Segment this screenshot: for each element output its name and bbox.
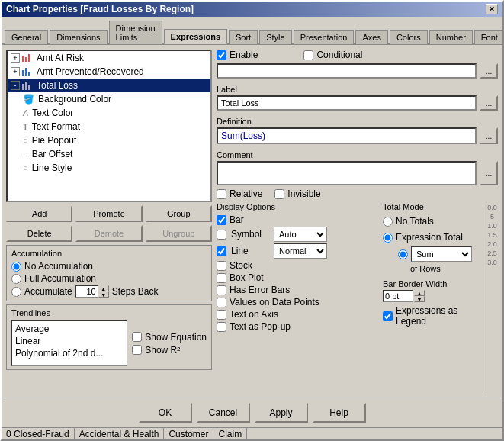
line-row: Line Normal	[217, 243, 377, 259]
symbol-label: Symbol	[231, 229, 269, 240]
conditional-label: Conditional	[316, 50, 362, 60]
text-as-popup-row: Text as Pop-up	[217, 321, 377, 332]
expression-total-radio[interactable]	[383, 233, 393, 243]
tree-item-text-format[interactable]: T Text Format	[8, 120, 210, 134]
full-accumulation-radio[interactable]	[11, 274, 21, 284]
generic-icon2: ○	[23, 150, 28, 159]
tab-sort[interactable]: Sort	[229, 30, 258, 44]
steps-down-button[interactable]: ▼	[98, 291, 109, 298]
help-button[interactable]: Help	[313, 403, 366, 423]
accumulation-title: Accumulation	[11, 249, 207, 258]
label-section-title: Label	[217, 85, 498, 94]
ungroup-button[interactable]: Ungroup	[146, 225, 212, 242]
steps-input[interactable]	[75, 285, 98, 298]
line-checkbox[interactable]	[217, 246, 226, 256]
tree-item-line-style[interactable]: ○ Line Style	[8, 161, 210, 175]
generic-icon: ○	[23, 136, 28, 145]
conditional-checkbox[interactable]	[303, 50, 313, 60]
enable-checkbox[interactable]	[217, 50, 226, 60]
invisible-checkbox[interactable]	[274, 189, 284, 199]
text-as-popup-checkbox[interactable]	[217, 322, 226, 332]
expand-icon[interactable]: +	[11, 53, 20, 63]
values-checkbox[interactable]	[217, 298, 226, 307]
demote-button[interactable]: Demote	[75, 225, 142, 242]
sum-radio[interactable]	[398, 249, 408, 259]
tab-dimension-limits[interactable]: Dimension Limits	[109, 21, 162, 44]
tab-font[interactable]: Font	[474, 30, 504, 44]
bar-chart-icon2	[22, 66, 34, 77]
tab-expressions[interactable]: Expressions	[164, 29, 227, 44]
trendline-linear[interactable]: Linear	[14, 335, 125, 347]
tab-axes[interactable]: Axes	[355, 30, 387, 44]
comment-ellipsis-btn[interactable]: ...	[480, 161, 498, 185]
bar-label: Bar	[230, 214, 244, 225]
apply-button[interactable]: Apply	[255, 403, 308, 423]
show-r2-checkbox[interactable]	[132, 345, 142, 355]
status-bar: 0 Closed-Fraud Accidental & Health Custo…	[2, 427, 502, 439]
stock-row: Stock	[217, 260, 377, 271]
tree-item-text-color[interactable]: A Text Color	[8, 106, 210, 120]
symbol-checkbox[interactable]	[217, 230, 226, 240]
conditional-ellipsis-btn[interactable]: ...	[480, 63, 498, 79]
bar-border-down-btn[interactable]: ▼	[414, 296, 425, 302]
bar-border-up-btn[interactable]: ▲	[414, 290, 425, 296]
line-dropdown[interactable]: Normal	[274, 243, 327, 259]
values-label: Values on Data Points	[230, 297, 319, 307]
tree-item-amt-prevented[interactable]: + Amt Prevented/Recovered	[8, 65, 210, 79]
ok-button[interactable]: OK	[139, 403, 192, 423]
comment-input[interactable]	[217, 161, 477, 185]
group-button[interactable]: Group	[146, 205, 212, 222]
promote-button[interactable]: Promote	[75, 205, 142, 222]
close-button[interactable]: ✕	[486, 4, 498, 14]
accumulate-radio[interactable]	[11, 287, 21, 297]
sum-dropdown[interactable]: Sum	[411, 246, 472, 262]
tree-item-bg-color[interactable]: 🪣 Background Color	[8, 92, 210, 106]
symbol-dropdown[interactable]: Auto	[274, 227, 327, 242]
add-button[interactable]: Add	[6, 205, 72, 222]
tab-general[interactable]: General	[5, 30, 48, 44]
relative-checkbox[interactable]	[217, 189, 226, 199]
tab-dimensions[interactable]: Dimensions	[50, 30, 107, 44]
tab-colors[interactable]: Colors	[390, 30, 428, 44]
trendline-polynomial[interactable]: Polynomial of 2nd d...	[14, 347, 125, 359]
tree-item-amt-at-risk[interactable]: + Amt At Risk	[8, 51, 210, 65]
text-on-axis-checkbox[interactable]	[217, 310, 226, 320]
steps-up-button[interactable]: ▲	[98, 285, 109, 291]
tabs-bar: General Dimensions Dimension Limits Expr…	[2, 17, 502, 45]
expression-tree[interactable]: + Amt At Risk +	[6, 50, 212, 202]
tree-item-total-loss[interactable]: - Total Loss	[8, 79, 210, 92]
expand-icon-minus[interactable]: -	[11, 81, 20, 90]
tab-presentation[interactable]: Presentation	[294, 30, 355, 44]
trendlines-list[interactable]: Average Linear Polynomial of 2nd d...	[11, 320, 127, 366]
label-ellipsis-btn[interactable]: ...	[480, 95, 498, 111]
options-grid: Bar Symbol Auto Line	[217, 214, 377, 332]
tab-number[interactable]: Number	[429, 30, 473, 44]
steps-spinner: ▲ ▼	[75, 285, 109, 298]
tree-item-bar-offset[interactable]: ○ Bar Offset	[8, 147, 210, 161]
tab-style[interactable]: Style	[259, 30, 291, 44]
bar-border-input[interactable]	[383, 290, 413, 302]
label-input[interactable]	[217, 95, 477, 111]
trendline-average[interactable]: Average	[14, 323, 125, 335]
no-accumulation-radio[interactable]	[11, 262, 21, 272]
total-mode-title: Total Mode	[383, 202, 480, 211]
conditional-input[interactable]	[217, 63, 477, 79]
stock-checkbox[interactable]	[217, 261, 226, 271]
box-plot-checkbox[interactable]	[217, 273, 226, 283]
cancel-button[interactable]: Cancel	[197, 403, 250, 423]
side-num-6: 2.5	[487, 249, 497, 257]
tree-item-pie-popout[interactable]: ○ Pie Popout	[8, 134, 210, 147]
tree-item-label: Background Color	[38, 94, 111, 105]
expr-legend-checkbox[interactable]	[383, 311, 393, 321]
enable-label: Enable	[230, 50, 258, 60]
invisible-row: Invisible	[274, 188, 320, 199]
error-bars-checkbox[interactable]	[217, 285, 226, 295]
no-totals-radio[interactable]	[383, 217, 393, 227]
bar-checkbox[interactable]	[217, 215, 226, 225]
text-on-axis-row: Text on Axis	[217, 309, 377, 320]
definition-input[interactable]	[217, 127, 477, 144]
show-equation-checkbox[interactable]	[132, 332, 142, 342]
definition-ellipsis-btn[interactable]: ...	[480, 127, 498, 144]
delete-button[interactable]: Delete	[6, 225, 72, 242]
expand-icon[interactable]: +	[11, 67, 20, 76]
